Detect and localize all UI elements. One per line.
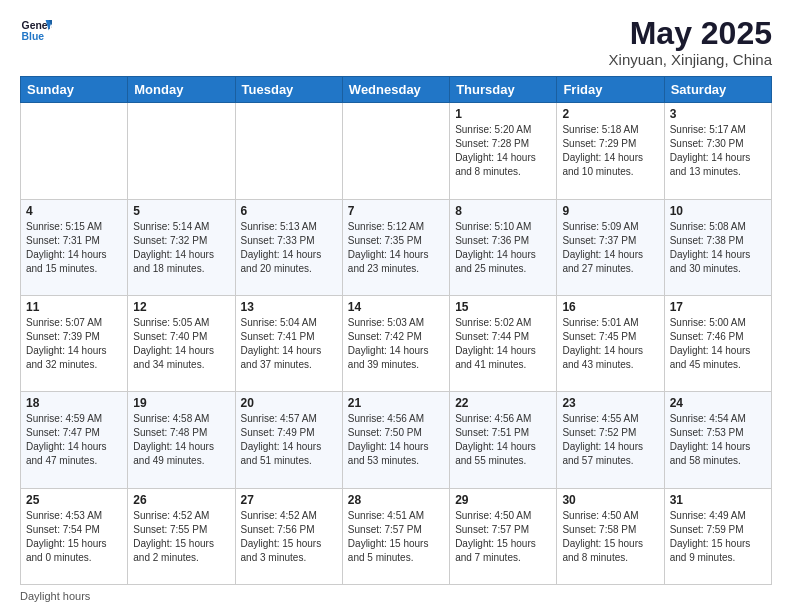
main-title: May 2025	[609, 16, 772, 51]
cell-content: Sunrise: 4:57 AM Sunset: 7:49 PM Dayligh…	[241, 412, 337, 468]
header-row: Sunday Monday Tuesday Wednesday Thursday…	[21, 77, 772, 103]
day-number: 2	[562, 107, 658, 121]
logo-icon: General Blue	[20, 16, 52, 44]
calendar-cell: 16Sunrise: 5:01 AM Sunset: 7:45 PM Dayli…	[557, 295, 664, 391]
calendar-cell	[128, 103, 235, 199]
cell-content: Sunrise: 4:50 AM Sunset: 7:58 PM Dayligh…	[562, 509, 658, 565]
calendar-week-1: 1Sunrise: 5:20 AM Sunset: 7:28 PM Daylig…	[21, 103, 772, 199]
calendar-cell: 21Sunrise: 4:56 AM Sunset: 7:50 PM Dayli…	[342, 392, 449, 488]
calendar-cell: 24Sunrise: 4:54 AM Sunset: 7:53 PM Dayli…	[664, 392, 771, 488]
calendar-cell: 29Sunrise: 4:50 AM Sunset: 7:57 PM Dayli…	[450, 488, 557, 584]
day-number: 6	[241, 204, 337, 218]
day-number: 30	[562, 493, 658, 507]
day-number: 11	[26, 300, 122, 314]
day-number: 27	[241, 493, 337, 507]
day-number: 9	[562, 204, 658, 218]
calendar-cell: 1Sunrise: 5:20 AM Sunset: 7:28 PM Daylig…	[450, 103, 557, 199]
day-number: 7	[348, 204, 444, 218]
cell-content: Sunrise: 5:07 AM Sunset: 7:39 PM Dayligh…	[26, 316, 122, 372]
calendar-cell: 30Sunrise: 4:50 AM Sunset: 7:58 PM Dayli…	[557, 488, 664, 584]
cell-content: Sunrise: 5:08 AM Sunset: 7:38 PM Dayligh…	[670, 220, 766, 276]
day-number: 23	[562, 396, 658, 410]
calendar-cell: 23Sunrise: 4:55 AM Sunset: 7:52 PM Dayli…	[557, 392, 664, 488]
calendar-week-4: 18Sunrise: 4:59 AM Sunset: 7:47 PM Dayli…	[21, 392, 772, 488]
calendar-cell: 9Sunrise: 5:09 AM Sunset: 7:37 PM Daylig…	[557, 199, 664, 295]
cell-content: Sunrise: 5:05 AM Sunset: 7:40 PM Dayligh…	[133, 316, 229, 372]
calendar-cell	[21, 103, 128, 199]
calendar-cell: 22Sunrise: 4:56 AM Sunset: 7:51 PM Dayli…	[450, 392, 557, 488]
calendar-cell: 3Sunrise: 5:17 AM Sunset: 7:30 PM Daylig…	[664, 103, 771, 199]
calendar-cell: 28Sunrise: 4:51 AM Sunset: 7:57 PM Dayli…	[342, 488, 449, 584]
col-saturday: Saturday	[664, 77, 771, 103]
day-number: 1	[455, 107, 551, 121]
calendar-table: Sunday Monday Tuesday Wednesday Thursday…	[20, 76, 772, 585]
cell-content: Sunrise: 4:52 AM Sunset: 7:55 PM Dayligh…	[133, 509, 229, 565]
calendar-cell	[342, 103, 449, 199]
cell-content: Sunrise: 5:13 AM Sunset: 7:33 PM Dayligh…	[241, 220, 337, 276]
cell-content: Sunrise: 5:04 AM Sunset: 7:41 PM Dayligh…	[241, 316, 337, 372]
calendar-cell: 6Sunrise: 5:13 AM Sunset: 7:33 PM Daylig…	[235, 199, 342, 295]
day-number: 13	[241, 300, 337, 314]
calendar-cell: 14Sunrise: 5:03 AM Sunset: 7:42 PM Dayli…	[342, 295, 449, 391]
cell-content: Sunrise: 5:00 AM Sunset: 7:46 PM Dayligh…	[670, 316, 766, 372]
cell-content: Sunrise: 4:56 AM Sunset: 7:51 PM Dayligh…	[455, 412, 551, 468]
cell-content: Sunrise: 5:17 AM Sunset: 7:30 PM Dayligh…	[670, 123, 766, 179]
cell-content: Sunrise: 4:49 AM Sunset: 7:59 PM Dayligh…	[670, 509, 766, 565]
day-number: 14	[348, 300, 444, 314]
day-number: 26	[133, 493, 229, 507]
cell-content: Sunrise: 5:14 AM Sunset: 7:32 PM Dayligh…	[133, 220, 229, 276]
day-number: 29	[455, 493, 551, 507]
day-number: 15	[455, 300, 551, 314]
calendar-week-3: 11Sunrise: 5:07 AM Sunset: 7:39 PM Dayli…	[21, 295, 772, 391]
day-number: 3	[670, 107, 766, 121]
calendar-week-2: 4Sunrise: 5:15 AM Sunset: 7:31 PM Daylig…	[21, 199, 772, 295]
cell-content: Sunrise: 5:03 AM Sunset: 7:42 PM Dayligh…	[348, 316, 444, 372]
cell-content: Sunrise: 5:09 AM Sunset: 7:37 PM Dayligh…	[562, 220, 658, 276]
day-number: 16	[562, 300, 658, 314]
day-number: 8	[455, 204, 551, 218]
cell-content: Sunrise: 4:55 AM Sunset: 7:52 PM Dayligh…	[562, 412, 658, 468]
calendar-cell: 4Sunrise: 5:15 AM Sunset: 7:31 PM Daylig…	[21, 199, 128, 295]
day-number: 21	[348, 396, 444, 410]
day-number: 20	[241, 396, 337, 410]
calendar-cell: 17Sunrise: 5:00 AM Sunset: 7:46 PM Dayli…	[664, 295, 771, 391]
cell-content: Sunrise: 5:18 AM Sunset: 7:29 PM Dayligh…	[562, 123, 658, 179]
calendar-cell: 20Sunrise: 4:57 AM Sunset: 7:49 PM Dayli…	[235, 392, 342, 488]
cell-content: Sunrise: 4:56 AM Sunset: 7:50 PM Dayligh…	[348, 412, 444, 468]
day-number: 12	[133, 300, 229, 314]
day-number: 28	[348, 493, 444, 507]
col-friday: Friday	[557, 77, 664, 103]
cell-content: Sunrise: 4:59 AM Sunset: 7:47 PM Dayligh…	[26, 412, 122, 468]
cell-content: Sunrise: 5:02 AM Sunset: 7:44 PM Dayligh…	[455, 316, 551, 372]
cell-content: Sunrise: 5:15 AM Sunset: 7:31 PM Dayligh…	[26, 220, 122, 276]
cell-content: Sunrise: 4:53 AM Sunset: 7:54 PM Dayligh…	[26, 509, 122, 565]
subtitle: Xinyuan, Xinjiang, China	[609, 51, 772, 68]
calendar-cell: 8Sunrise: 5:10 AM Sunset: 7:36 PM Daylig…	[450, 199, 557, 295]
calendar-cell: 2Sunrise: 5:18 AM Sunset: 7:29 PM Daylig…	[557, 103, 664, 199]
calendar-cell: 10Sunrise: 5:08 AM Sunset: 7:38 PM Dayli…	[664, 199, 771, 295]
header: General Blue May 2025 Xinyuan, Xinjiang,…	[20, 16, 772, 68]
cell-content: Sunrise: 5:12 AM Sunset: 7:35 PM Dayligh…	[348, 220, 444, 276]
cell-content: Sunrise: 4:54 AM Sunset: 7:53 PM Dayligh…	[670, 412, 766, 468]
calendar-cell	[235, 103, 342, 199]
calendar-cell: 7Sunrise: 5:12 AM Sunset: 7:35 PM Daylig…	[342, 199, 449, 295]
day-number: 22	[455, 396, 551, 410]
day-number: 19	[133, 396, 229, 410]
cell-content: Sunrise: 5:20 AM Sunset: 7:28 PM Dayligh…	[455, 123, 551, 179]
logo: General Blue	[20, 16, 52, 44]
col-sunday: Sunday	[21, 77, 128, 103]
day-number: 25	[26, 493, 122, 507]
col-thursday: Thursday	[450, 77, 557, 103]
day-number: 4	[26, 204, 122, 218]
day-number: 31	[670, 493, 766, 507]
day-number: 18	[26, 396, 122, 410]
calendar-cell: 18Sunrise: 4:59 AM Sunset: 7:47 PM Dayli…	[21, 392, 128, 488]
calendar-body: 1Sunrise: 5:20 AM Sunset: 7:28 PM Daylig…	[21, 103, 772, 585]
title-block: May 2025 Xinyuan, Xinjiang, China	[609, 16, 772, 68]
calendar-cell: 11Sunrise: 5:07 AM Sunset: 7:39 PM Dayli…	[21, 295, 128, 391]
cell-content: Sunrise: 4:51 AM Sunset: 7:57 PM Dayligh…	[348, 509, 444, 565]
calendar-cell: 5Sunrise: 5:14 AM Sunset: 7:32 PM Daylig…	[128, 199, 235, 295]
cell-content: Sunrise: 4:52 AM Sunset: 7:56 PM Dayligh…	[241, 509, 337, 565]
calendar-cell: 19Sunrise: 4:58 AM Sunset: 7:48 PM Dayli…	[128, 392, 235, 488]
col-wednesday: Wednesday	[342, 77, 449, 103]
